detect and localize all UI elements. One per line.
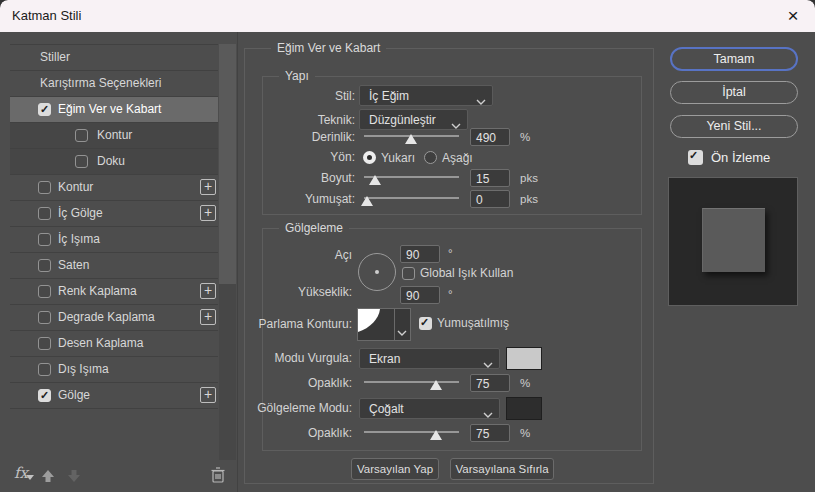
add-effect-icon[interactable]: +	[200, 387, 216, 403]
checkbox-unchecked[interactable]	[38, 363, 51, 376]
antialiased-label[interactable]: Yumuşatılmış	[437, 316, 509, 330]
slider-thumb[interactable]	[430, 380, 442, 390]
fx-menu-icon[interactable]: fx	[14, 464, 28, 482]
soften-unit: pks	[520, 193, 538, 205]
depth-input[interactable]: 490	[470, 128, 510, 146]
sidebar-item-desen-kaplama[interactable]: Desen Kaplama	[10, 331, 218, 357]
sidebar-item-saten[interactable]: Saten	[10, 253, 218, 279]
chevron-down-icon	[476, 94, 486, 108]
technique-dropdown[interactable]: Düzgünleştir	[359, 109, 468, 130]
add-effect-icon[interactable]: +	[200, 205, 216, 221]
soften-slider[interactable]	[364, 190, 459, 208]
make-default-button[interactable]: Varsayılan Yap	[351, 458, 439, 480]
angle-unit: °	[448, 247, 453, 259]
sidebar-item-label: Karıştırma Seçenekleri	[40, 76, 161, 90]
sidebar-item-dis-isima[interactable]: Dış Işıma	[10, 357, 218, 383]
highlight-opacity-input[interactable]: 75	[470, 374, 510, 392]
shadow-color-swatch[interactable]	[506, 397, 542, 420]
reset-default-button[interactable]: Varsayılana Sıfırla	[450, 458, 554, 480]
checkbox-unchecked[interactable]	[38, 207, 51, 220]
style-dropdown-value: İç Eğim	[369, 89, 409, 103]
sidebar-item-ic-golge[interactable]: İç Gölge +	[10, 201, 218, 227]
angle-label: Açı	[240, 248, 352, 262]
preview-checkbox-label[interactable]: Ön İzleme	[711, 150, 770, 165]
slider-thumb[interactable]	[361, 196, 373, 206]
direction-up-label[interactable]: Yukarı	[381, 151, 415, 165]
size-unit: pks	[520, 172, 538, 184]
sidebar-item-ic-isima[interactable]: İç Işıma	[10, 227, 218, 253]
sidebar-item-kontur-sub[interactable]: Kontur	[10, 123, 218, 149]
antialiased-checkbox[interactable]	[419, 317, 432, 330]
move-effect-down-icon[interactable]	[66, 468, 82, 488]
angle-dial[interactable]	[358, 253, 396, 291]
chevron-down-icon	[397, 322, 407, 340]
new-style-button[interactable]: Yeni Stil...	[670, 115, 798, 138]
shadow-opacity-slider[interactable]	[364, 424, 459, 442]
shadow-opacity-input[interactable]: 75	[470, 424, 510, 442]
global-light-label[interactable]: Global Işık Kullan	[420, 266, 513, 280]
titlebar: Katman Stili ×	[0, 0, 815, 32]
checkbox-unchecked[interactable]	[38, 181, 51, 194]
style-dropdown[interactable]: İç Eğim	[359, 85, 493, 106]
checkbox-unchecked[interactable]	[38, 337, 51, 350]
layer-style-dialog: Katman Stili × Stiller Karıştırma Seçene…	[0, 0, 815, 492]
move-effect-up-icon[interactable]	[40, 468, 56, 488]
close-icon[interactable]: ×	[779, 2, 807, 30]
angle-input[interactable]: 90	[400, 245, 440, 263]
window-title: Katman Stili	[12, 0, 81, 32]
direction-down-label[interactable]: Aşağı	[442, 151, 473, 165]
size-slider[interactable]	[364, 169, 459, 187]
chevron-down-icon	[483, 357, 493, 371]
sidebar-scrollbar-thumb[interactable]	[219, 44, 236, 284]
preview-checkbox[interactable]	[688, 150, 703, 165]
add-effect-icon[interactable]: +	[200, 179, 216, 195]
checkbox-unchecked[interactable]	[38, 311, 51, 324]
depth-label: Derinlik:	[240, 130, 355, 144]
checkbox-unchecked[interactable]	[38, 233, 51, 246]
checkbox-checked[interactable]	[38, 389, 51, 402]
checkbox-unchecked[interactable]	[38, 285, 51, 298]
preview-square	[702, 208, 765, 272]
sidebar-item-degrade-kaplama[interactable]: Degrade Kaplama +	[10, 305, 218, 331]
altitude-input[interactable]: 90	[400, 286, 440, 304]
delete-effect-icon[interactable]	[210, 466, 226, 488]
sidebar-item-label: Degrade Kaplama	[58, 310, 155, 324]
checkbox-checked[interactable]	[38, 103, 51, 116]
highlight-mode-dropdown[interactable]: Ekran	[359, 348, 500, 369]
slider-thumb[interactable]	[430, 430, 442, 440]
sidebar-item-golge[interactable]: Gölge +	[10, 383, 218, 409]
chevron-down-icon	[483, 407, 493, 421]
highlight-opacity-value: 75	[476, 377, 489, 391]
checkbox-unchecked[interactable]	[75, 129, 88, 142]
slider-track	[364, 381, 459, 383]
sidebar-item-egim-ver-ve-kabart[interactable]: Eğim Ver ve Kabart	[10, 97, 218, 123]
angle-value: 90	[406, 248, 419, 262]
sidebar-item-doku[interactable]: Doku	[10, 149, 218, 175]
highlight-opacity-slider[interactable]	[364, 374, 459, 392]
cancel-button[interactable]: İptal	[670, 81, 798, 104]
direction-down-radio[interactable]	[424, 151, 437, 164]
panel-title: Eğim Ver ve Kabart	[271, 41, 386, 55]
checkbox-unchecked[interactable]	[75, 155, 88, 168]
add-effect-icon[interactable]: +	[200, 309, 216, 325]
sidebar-item-karistirma-secenekleri[interactable]: Karıştırma Seçenekleri	[10, 71, 218, 97]
altitude-value: 90	[406, 289, 419, 303]
highlight-color-swatch[interactable]	[506, 347, 542, 370]
sidebar-item-stiller[interactable]: Stiller	[10, 45, 218, 71]
sidebar-item-kontur[interactable]: Kontur +	[10, 175, 218, 201]
sidebar-item-renk-kaplama[interactable]: Renk Kaplama +	[10, 279, 218, 305]
shadow-opacity-unit: %	[520, 427, 530, 439]
ok-button[interactable]: Tamam	[670, 47, 798, 71]
global-light-checkbox[interactable]	[402, 267, 415, 280]
checkbox-unchecked[interactable]	[38, 259, 51, 272]
slider-thumb[interactable]	[369, 175, 381, 185]
size-input[interactable]: 15	[470, 169, 510, 187]
shadow-mode-dropdown[interactable]: Çoğalt	[359, 398, 500, 419]
direction-up-radio[interactable]	[363, 151, 376, 164]
add-effect-icon[interactable]: +	[200, 283, 216, 299]
gloss-contour-picker[interactable]	[357, 308, 411, 341]
shading-group-title: Gölgeleme	[279, 221, 349, 235]
slider-thumb[interactable]	[405, 134, 417, 144]
depth-slider[interactable]	[364, 128, 459, 146]
soften-input[interactable]: 0	[470, 190, 510, 208]
